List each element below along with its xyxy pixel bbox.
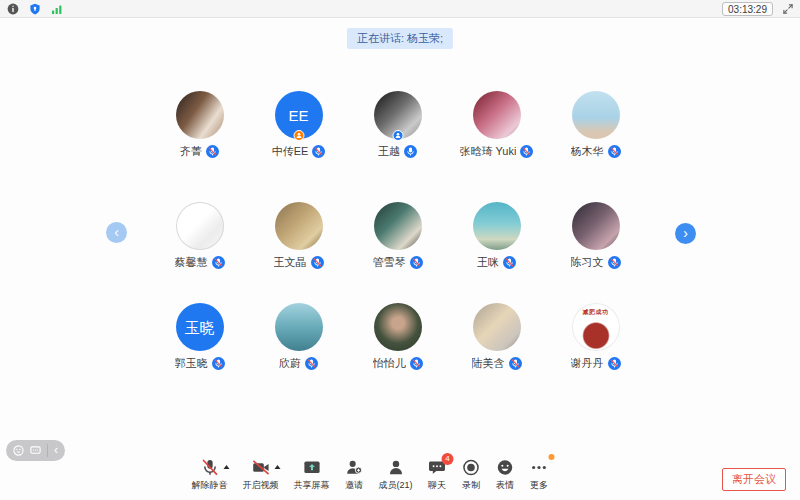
- speaking-now-banner: 正在讲话: 杨玉荣;: [347, 28, 453, 49]
- role-badge-icon: [293, 130, 304, 141]
- record-button[interactable]: 录制: [462, 458, 481, 492]
- avatar: [473, 202, 521, 250]
- avatar: EE: [275, 91, 323, 139]
- role-badge-icon: [392, 130, 403, 141]
- avatar: 玉晓: [176, 303, 224, 351]
- emoji-button[interactable]: 表情: [496, 458, 515, 492]
- avatar: [473, 91, 521, 139]
- mic-status-icon: [410, 357, 423, 370]
- participant-name: 谢丹丹: [571, 356, 604, 371]
- unmute-button[interactable]: 解除静音: [191, 458, 227, 492]
- page-next-button[interactable]: ›: [675, 223, 696, 244]
- mic-muted-icon: [200, 458, 219, 476]
- chat-bubble-icon: 4: [428, 458, 447, 476]
- meeting-toolbar: 解除静音 开启视频 共享屏幕 邀请 成员(21) 4 聊天: [191, 458, 548, 492]
- participant-row: 玉晓 郭玉晓 欣蔚 怡怡儿: [150, 303, 645, 371]
- avatar: [572, 202, 620, 250]
- participant-tile[interactable]: 怡怡儿: [348, 303, 447, 371]
- leave-meeting-button[interactable]: 离开会议: [722, 468, 786, 491]
- participant-name: 欣蔚: [279, 356, 301, 371]
- chat-unread-badge: 4: [442, 453, 454, 465]
- more-dots-icon: [530, 458, 549, 476]
- record-icon: [462, 458, 481, 476]
- participant-tile[interactable]: 蔡馨慧: [150, 202, 249, 270]
- mic-status-icon: [509, 357, 522, 370]
- participant-name: 管雪琴: [373, 255, 406, 270]
- mic-status-icon: [212, 357, 225, 370]
- mic-status-icon: [608, 145, 621, 158]
- mic-status-icon: [206, 145, 219, 158]
- start-video-button[interactable]: 开启视频: [242, 458, 278, 492]
- avatar: [176, 202, 224, 250]
- window-titlebar: 03:13:29: [0, 0, 800, 18]
- participant-tile[interactable]: EE 中传EE: [249, 91, 348, 159]
- participant-name: 张晗琦 Yuki: [460, 144, 517, 159]
- participant-tile[interactable]: 管雪琴: [348, 202, 447, 270]
- mic-status-icon: [312, 145, 325, 158]
- participant-name: 齐菁: [180, 144, 202, 159]
- participant-name: 怡怡儿: [373, 356, 406, 371]
- mic-status-icon: [410, 256, 423, 269]
- avatar: [374, 202, 422, 250]
- page-previous-button[interactable]: ‹: [106, 222, 127, 243]
- mic-status-icon: [608, 256, 621, 269]
- emoji-smiley-icon: [496, 458, 515, 476]
- participant-tile[interactable]: 王咪: [447, 202, 546, 270]
- quickbar-collapse-icon[interactable]: ‹: [54, 444, 58, 458]
- avatar: [374, 303, 422, 351]
- participant-row: 蔡馨慧 王文晶 管雪琴 王咪: [150, 202, 645, 270]
- chat-button[interactable]: 4 聊天: [428, 458, 447, 492]
- participant-name: 杨木华: [571, 144, 604, 159]
- participant-name: 中传EE: [272, 144, 309, 159]
- participant-tile[interactable]: 陈习文: [546, 202, 645, 270]
- more-notification-dot: [549, 454, 555, 460]
- security-shield-icon[interactable]: [28, 2, 41, 15]
- share-screen-button[interactable]: 共享屏幕: [293, 458, 329, 492]
- participant-tile[interactable]: 减肥成功 谢丹丹: [546, 303, 645, 371]
- mic-status-icon: [311, 256, 324, 269]
- avatar: [572, 91, 620, 139]
- quick-chat-icon[interactable]: [30, 445, 41, 456]
- avatar: 减肥成功: [572, 303, 620, 351]
- participant-name: 蔡馨慧: [175, 255, 208, 270]
- share-screen-icon: [302, 458, 321, 476]
- members-button[interactable]: 成员(21): [378, 458, 412, 492]
- participant-tile[interactable]: 欣蔚: [249, 303, 348, 371]
- invite-button[interactable]: 邀请: [344, 458, 363, 492]
- avatar-initials: EE: [288, 108, 308, 123]
- participant-name: 王咪: [477, 255, 499, 270]
- meeting-info-icon[interactable]: [6, 2, 19, 15]
- participant-tile[interactable]: 王越: [348, 91, 447, 159]
- participant-tile[interactable]: 玉晓 郭玉晓: [150, 303, 249, 371]
- avatar: [374, 91, 422, 139]
- participant-name: 陆美含: [472, 356, 505, 371]
- more-button[interactable]: 更多: [530, 458, 549, 492]
- network-signal-icon: [50, 2, 63, 15]
- reaction-quickbar: ‹: [6, 440, 65, 461]
- mic-options-caret[interactable]: [223, 465, 229, 469]
- participant-tile[interactable]: 杨木华: [546, 91, 645, 159]
- avatar: [176, 91, 224, 139]
- quick-emoji-icon[interactable]: [13, 445, 24, 456]
- fullscreen-icon[interactable]: [781, 2, 794, 15]
- avatar: [275, 303, 323, 351]
- participant-row: 齐菁 EE 中传EE 王越 张晗琦 Yuk: [150, 91, 645, 159]
- participant-name: 王文晶: [274, 255, 307, 270]
- participant-tile[interactable]: 王文晶: [249, 202, 348, 270]
- quickbar-divider: [47, 444, 48, 457]
- participant-tile[interactable]: 陆美含: [447, 303, 546, 371]
- mic-status-icon: [503, 256, 516, 269]
- participant-tile[interactable]: 张晗琦 Yuki: [447, 91, 546, 159]
- mic-status-icon: [404, 145, 417, 158]
- members-person-icon: [386, 458, 405, 476]
- meeting-timer: 03:13:29: [722, 2, 773, 16]
- video-options-caret[interactable]: [274, 465, 280, 469]
- avatar-caption: 减肥成功: [572, 308, 620, 317]
- invite-person-icon: [344, 458, 363, 476]
- camera-muted-icon: [251, 458, 270, 476]
- participant-tile[interactable]: 齐菁: [150, 91, 249, 159]
- mic-status-icon: [212, 256, 225, 269]
- mic-status-icon: [520, 145, 533, 158]
- avatar: [473, 303, 521, 351]
- mic-status-icon: [608, 357, 621, 370]
